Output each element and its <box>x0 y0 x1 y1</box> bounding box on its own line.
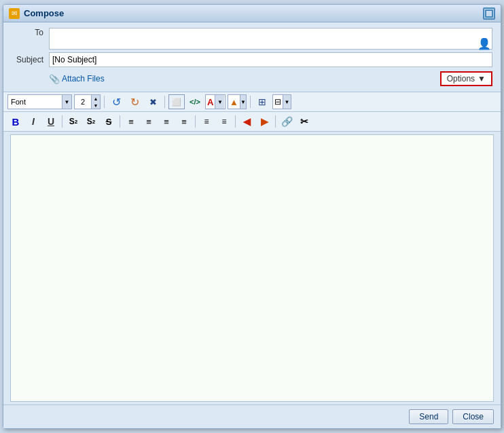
options-label: Options <box>447 74 475 83</box>
superscript-button[interactable]: S2 <box>83 114 99 129</box>
insert-icon: ⊟ <box>273 97 283 107</box>
title-bar-left: ✉ Compose <box>9 8 64 19</box>
options-arrow-icon: ▼ <box>478 74 486 83</box>
send-button[interactable]: Send <box>409 409 448 424</box>
source-button[interactable]: ⬜ <box>168 94 185 109</box>
toolbar-divider-3 <box>250 96 251 108</box>
message-body[interactable] <box>11 135 493 401</box>
attach-files-link[interactable]: 📎 Attach Files <box>49 74 105 84</box>
toolbar-row-2: B I U S2 S2 S ≡ ≡ ≡ ≡ ≡ ≡ ◀ ▶ 🔗 ✂ <box>3 112 501 132</box>
toolbar-divider-4 <box>62 115 62 128</box>
insert-arrow-icon[interactable]: ▼ <box>283 95 291 109</box>
paperclip-icon: 📎 <box>49 74 60 84</box>
text-color-arrow-icon[interactable]: ▼ <box>215 95 224 109</box>
subscript-button[interactable]: S2 <box>65 114 82 129</box>
toolbar-divider-5 <box>120 115 120 128</box>
align-left-button[interactable]: ≡ <box>123 114 139 129</box>
to-input[interactable] <box>49 28 492 50</box>
font-size-spin-buttons: ▲ ▼ <box>91 95 100 109</box>
font-select[interactable]: Font ▼ <box>7 94 72 109</box>
highlight-color-arrow-icon[interactable]: ▼ <box>240 95 246 109</box>
title-bar: ✉ Compose <box>3 5 501 22</box>
toolbar-divider-8 <box>275 115 276 128</box>
font-size-up-button[interactable]: ▲ <box>91 95 100 102</box>
text-color-icon: A <box>206 97 215 107</box>
close-button[interactable]: Close <box>452 409 494 424</box>
highlight-color-select[interactable]: ▲ ▼ <box>228 94 247 109</box>
font-size-input[interactable] <box>75 95 91 109</box>
toolbar-row-1: Font ▼ ▲ ▼ ↺ ↻ ✖ ⬜ </> A ▼ ▲ <box>3 92 501 112</box>
strikethrough-button[interactable]: S <box>101 114 117 129</box>
window-restore-icon[interactable] <box>483 7 495 20</box>
cut-button[interactable]: ✂ <box>296 114 312 129</box>
font-size-spinner: ▲ ▼ <box>74 94 101 109</box>
attach-label: Attach Files <box>62 74 105 83</box>
options-button[interactable]: Options ▼ <box>440 71 492 86</box>
font-select-value: Font <box>8 98 62 106</box>
bold-button[interactable]: B <box>7 114 24 129</box>
ordered-list-button[interactable]: ≡ <box>198 114 215 129</box>
window-title: Compose <box>24 8 64 18</box>
table-button[interactable]: ⊞ <box>254 94 270 109</box>
clear-format-button[interactable]: ✖ <box>145 94 161 109</box>
undo-button[interactable]: ↺ <box>108 94 124 109</box>
text-color-select[interactable]: A ▼ <box>205 94 226 109</box>
compose-window: ✉ Compose To 👤 Subject 📎 Attach Files <box>3 4 501 429</box>
toolbar-divider-1 <box>104 96 105 108</box>
footer: Send Close <box>3 404 501 428</box>
insert-select[interactable]: ⊟ ▼ <box>272 94 291 109</box>
align-center-button[interactable]: ≡ <box>141 114 157 129</box>
unordered-list-button[interactable]: ≡ <box>216 114 232 129</box>
attach-row: 📎 Attach Files Options ▼ <box>12 70 492 89</box>
form-area: To 👤 Subject 📎 Attach Files Options ▼ <box>3 22 501 92</box>
align-right-button[interactable]: ≡ <box>158 114 175 129</box>
compose-icon: ✉ <box>9 8 20 19</box>
link-button[interactable]: 🔗 <box>278 114 295 129</box>
italic-button[interactable]: I <box>25 114 41 129</box>
align-justify-button[interactable]: ≡ <box>176 114 192 129</box>
compose-body <box>10 134 494 402</box>
highlight-color-icon: ▲ <box>228 97 240 107</box>
address-book-icon[interactable]: 👤 <box>478 37 490 47</box>
to-label: To <box>12 28 49 37</box>
subject-row: Subject <box>12 52 492 67</box>
code-button[interactable]: </> <box>187 94 203 109</box>
font-select-arrow-icon[interactable]: ▼ <box>62 95 71 109</box>
toolbar-divider-6 <box>195 115 196 128</box>
font-size-down-button[interactable]: ▼ <box>91 102 100 109</box>
outdent-button[interactable]: ◀ <box>238 114 255 129</box>
subject-label: Subject <box>12 55 49 64</box>
underline-button[interactable]: U <box>43 114 59 129</box>
subject-input[interactable] <box>49 52 492 67</box>
indent-button[interactable]: ▶ <box>256 114 272 129</box>
toolbar-divider-7 <box>235 115 236 128</box>
redo-button[interactable]: ↻ <box>126 94 143 109</box>
to-input-wrap: 👤 <box>49 28 492 50</box>
toolbar-divider-2 <box>164 96 165 108</box>
to-row: To 👤 <box>12 28 492 50</box>
